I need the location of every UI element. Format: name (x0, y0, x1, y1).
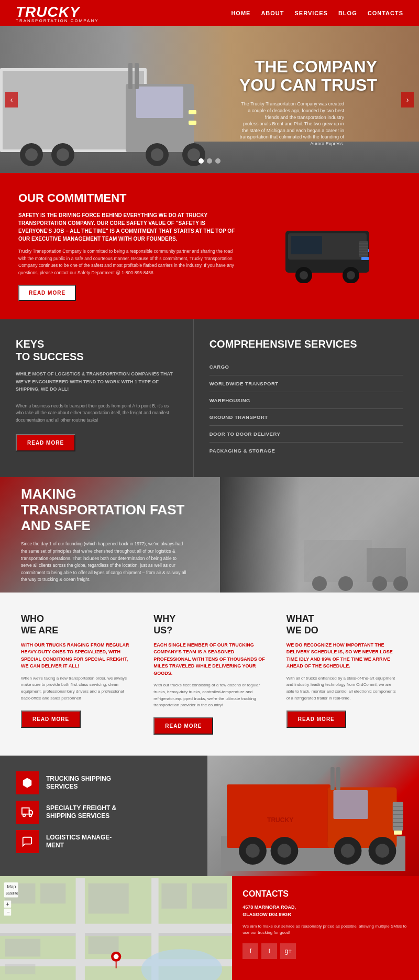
svg-rect-13 (189, 110, 196, 114)
who-description: When we're taking a new transportation o… (21, 675, 133, 702)
svg-rect-18 (291, 236, 322, 254)
twitter-icon[interactable]: t (261, 943, 277, 959)
keys-read-more[interactable]: READ MORE (16, 434, 75, 451)
svg-point-33 (312, 576, 327, 591)
service-card-freight: SPECIALTY FREIGHT &SHIPPING SERVICES (16, 801, 192, 824)
svg-point-60 (341, 844, 355, 858)
svg-rect-79 (161, 884, 186, 909)
svg-rect-67 (0, 924, 232, 933)
svg-rect-76 (5, 964, 36, 974)
svg-point-5 (25, 148, 38, 161)
keys-subtitle: WHILE MOST OF LOGISTICS & TRANSPORTATION… (16, 370, 178, 393)
svg-text:Map: Map (7, 885, 16, 890)
svg-point-40 (23, 814, 26, 817)
freight-icon-box (16, 801, 39, 824)
keys-title: KEYSTO SUCCESS (16, 338, 178, 363)
service-packaging[interactable]: PACKAGING & STORAGE (210, 443, 403, 459)
svg-marker-39 (29, 811, 32, 814)
commitment-read-more[interactable]: READ MORE (18, 285, 76, 301)
svg-rect-63 (330, 767, 335, 790)
main-nav: HOME ABOUT SERVICES BLOG CONTACTS (231, 10, 403, 16)
hero-content: THE COMPANY YOU CAN TRUST The Trucky Tra… (239, 58, 377, 147)
comprehensive-services: COMPREHENSIVE SERVICES CARGO WORLDWIDE T… (194, 319, 419, 477)
transport-bg-trucks (220, 477, 419, 593)
service-warehousing[interactable]: WAREHOUSING (210, 392, 403, 409)
map-area: Map Satellite + − Map data ©2017 Google (0, 876, 232, 980)
commitment-text: OUR COMMITMENT SAFETY IS THE DRIVING FOR… (18, 191, 238, 301)
svg-text:Satellite: Satellite (6, 891, 18, 895)
truck-icon (21, 806, 33, 818)
service-ground[interactable]: GROUND TRANSPORT (210, 409, 403, 426)
services-title: COMPREHENSIVE SERVICES (210, 338, 403, 350)
keys-description: When a business needs to transport their… (16, 403, 178, 424)
transport-title: MAKING TRANSPORTATION FAST AND SAFE (21, 487, 189, 534)
services-list: CARGO WORLDWIDE TRANSPORT WAREHOUSING GR… (210, 359, 403, 459)
service-door[interactable]: DOOR TO DOOR DELIVERY (210, 426, 403, 443)
service-worldwide[interactable]: WORLDWIDE TRANSPORT (210, 375, 403, 392)
services-icons-section: TRUCKING SHIPPINGSERVICES SPECIALTY FREI… (0, 756, 419, 876)
contacts-panel: CONTACTS 4578 MARMORA ROAD,GLASGOW D04 8… (232, 876, 419, 980)
hero-pagination (199, 158, 220, 164)
googleplus-icon[interactable]: g+ (280, 943, 296, 959)
hero-section: ‹ THE COMPANY YOU CAN TRUST The Trucky T… (0, 26, 419, 173)
svg-rect-46 (334, 790, 368, 819)
svg-rect-80 (192, 884, 227, 909)
commitment-subtitle: SAFETY IS THE DRIVING FORCE BEHIND EVERY… (18, 211, 238, 243)
commitment-title: OUR COMMITMENT (18, 191, 238, 205)
freight-service-text: SPECIALTY FREIGHT &SHIPPING SERVICES (46, 804, 116, 821)
svg-text:TRUCKY: TRUCKY (267, 816, 293, 824)
logo: TRUCKY TRANSPORTATION COMPANY (16, 4, 99, 23)
social-icons: f t g+ (242, 943, 409, 959)
dark-truck-svg (280, 210, 374, 283)
svg-text:+: + (6, 901, 9, 907)
svg-rect-74 (40, 884, 65, 904)
nav-services[interactable]: SERVICES (294, 10, 327, 16)
hero-next-button[interactable]: › (401, 92, 414, 107)
commitment-section: OUR COMMITMENT SAFETY IS THE DRIVING FOR… (0, 173, 419, 319)
red-truck-svg: TRUCKY (219, 756, 407, 871)
logistics-service-text: LOGISTICS MANAGE-MENT (46, 834, 112, 850)
hero-dot-3[interactable] (215, 158, 220, 164)
who-read-more[interactable]: READ MORE (21, 710, 81, 728)
nav-about[interactable]: ABOUT (261, 10, 284, 16)
trucking-service-text: TRUCKING SHIPPINGSERVICES (46, 775, 111, 791)
hero-truck-illustration (0, 37, 225, 173)
facebook-icon[interactable]: f (242, 943, 258, 959)
svg-point-34 (338, 576, 353, 591)
commitment-truck-image (254, 210, 401, 283)
svg-rect-77 (89, 884, 129, 914)
hero-dot-2[interactable] (207, 158, 212, 164)
svg-point-36 (393, 576, 408, 591)
svg-point-41 (29, 814, 32, 817)
svg-rect-15 (135, 63, 139, 89)
svg-point-58 (278, 844, 291, 858)
contacts-title: CONTACTS (242, 889, 409, 899)
chat-icon (21, 836, 33, 847)
service-card-logistics: LOGISTICS MANAGE-MENT (16, 830, 192, 853)
svg-rect-14 (128, 63, 133, 89)
hero-dot-1[interactable] (199, 158, 204, 164)
svg-point-62 (376, 844, 389, 858)
svg-rect-31 (304, 540, 372, 582)
svg-rect-1 (3, 71, 144, 149)
service-cargo[interactable]: CARGO (210, 359, 403, 375)
why-read-more[interactable]: READ MORE (153, 717, 213, 735)
logistics-icon-box (16, 830, 39, 853)
hero-description: The Trucky Transportation Company was cr… (239, 101, 344, 147)
transport-description: Since the day 1 of our founding (which h… (21, 541, 189, 584)
service-card-trucking: TRUCKING SHIPPINGSERVICES (16, 771, 192, 794)
nav-contacts[interactable]: CONTACTS (368, 10, 403, 16)
nav-home[interactable]: HOME (231, 10, 250, 16)
nav-blog[interactable]: BLOG (338, 10, 357, 16)
what-title: WHATWE DO (286, 613, 398, 636)
transport-content: MAKING TRANSPORTATION FAST AND SAFE Sinc… (0, 477, 210, 593)
svg-rect-12 (189, 121, 196, 125)
keys-services-section: KEYSTO SUCCESS WHILE MOST OF LOGISTICS &… (0, 319, 419, 477)
transport-banner: MAKING TRANSPORTATION FAST AND SAFE Sinc… (0, 477, 419, 593)
who-highlight: WITH OUR TRUCKS RANGING FROM REGULAR HEA… (21, 642, 133, 670)
hero-prev-button[interactable]: ‹ (5, 92, 18, 107)
what-read-more[interactable]: READ MORE (286, 710, 346, 728)
svg-rect-54 (394, 831, 402, 835)
svg-rect-24 (361, 257, 369, 260)
why-description: With our trucks fleet consisting of a fe… (153, 682, 265, 709)
